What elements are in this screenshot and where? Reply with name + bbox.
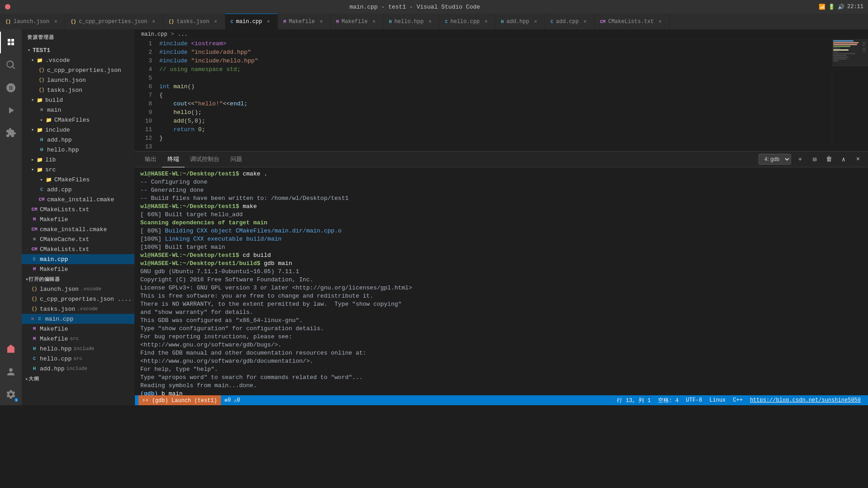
terminal-selector[interactable]: 4: gdb: [758, 154, 791, 165]
tab-close-button[interactable]: ×: [582, 18, 589, 25]
breadcrumb-part-2[interactable]: ...: [178, 31, 188, 38]
close-panel-button[interactable]: ×: [853, 154, 863, 165]
tab-close-button[interactable]: ×: [532, 18, 539, 25]
split-terminal-button[interactable]: ⊟: [809, 154, 820, 165]
tree-item-makefile-root[interactable]: M Makefile: [22, 214, 134, 224]
tab-label: launch.json: [14, 19, 49, 25]
open-editor-launch[interactable]: {} launch.json .vscode: [22, 284, 134, 294]
panel-tab-debug-console[interactable]: 调试控制台: [185, 152, 225, 167]
tab-close-button[interactable]: ×: [265, 18, 272, 25]
tab-close-button[interactable]: ×: [318, 18, 325, 25]
tab-c-cpp-properties[interactable]: {} c_cpp_properties.json ×: [65, 14, 163, 29]
tab-close-button[interactable]: ×: [426, 18, 434, 25]
tree-item-cmake-cache[interactable]: ≡ CMakeCache.txt: [22, 234, 134, 244]
tree-item-label: launch.json: [47, 77, 86, 84]
tree-item-src[interactable]: ▾ 📁 src: [22, 165, 134, 175]
tab-close-button[interactable]: ×: [52, 18, 59, 25]
tree-item-label: Makefile: [40, 216, 68, 223]
activity-accounts[interactable]: [0, 361, 22, 383]
tree-item-makefile-2[interactable]: M Makefile: [22, 264, 134, 274]
cpp-icon: C: [231, 19, 234, 24]
tree-item-main-cpp[interactable]: C main.cpp: [22, 254, 134, 264]
term-line: There is NO WARRANTY, to the extent perm…: [140, 300, 863, 308]
open-editor-main-cpp[interactable]: × C main.cpp: [22, 314, 134, 324]
tab-add-hpp[interactable]: H add.hpp ×: [496, 14, 545, 29]
open-editor-add-hpp[interactable]: H add.hpp include: [22, 364, 134, 374]
tree-item-add-cpp[interactable]: C add.cpp: [22, 185, 134, 194]
h-icon: H: [389, 19, 391, 24]
line-ending-status[interactable]: Linux: [706, 395, 730, 405]
tab-close-button[interactable]: ×: [212, 18, 219, 25]
tree-item-add-hpp[interactable]: H add.hpp: [22, 135, 134, 145]
tree-root[interactable]: ▾ TEST1: [22, 45, 134, 55]
open-editor-hello-cpp[interactable]: C hello.cpp src: [22, 354, 134, 364]
tree-item-main-exe[interactable]: ≡ main: [22, 105, 134, 115]
tree-item-cmakelists-2[interactable]: CM CMakeLists.txt: [22, 244, 134, 254]
tree-item-cmake-files-build[interactable]: ▸ 📁 CMakeFiles: [22, 115, 134, 125]
tree-item-cmake-files-src[interactable]: ▸ 📁 CMakeFiles: [22, 175, 134, 185]
tree-item-include[interactable]: ▾ 📁 include: [22, 125, 134, 135]
activity-explorer[interactable]: [0, 32, 22, 53]
new-terminal-button[interactable]: ＋: [795, 154, 806, 165]
trash-button[interactable]: 🗑: [824, 154, 835, 165]
open-editors-header[interactable]: ▾ 打开的编辑器: [22, 274, 134, 284]
activity-settings[interactable]: 1: [0, 384, 22, 405]
tab-launch-json[interactable]: {} launch.json ×: [0, 14, 65, 29]
tab-add-cpp[interactable]: C add.cpp ×: [545, 14, 594, 29]
tree-item-lib[interactable]: ▸ 📁 lib: [22, 155, 134, 165]
activity-extensions[interactable]: [0, 122, 22, 144]
tab-hello-hpp[interactable]: H hello.hpp ×: [383, 14, 439, 29]
encoding-status[interactable]: UTF-8: [682, 395, 706, 405]
tab-makefile-1[interactable]: M Makefile ×: [278, 14, 331, 29]
activity-git[interactable]: [0, 77, 22, 99]
outline-header[interactable]: ▸ 大纲: [22, 374, 134, 384]
h-icon: H: [38, 146, 45, 153]
breadcrumb-part-1[interactable]: main.cpp: [141, 31, 167, 38]
tree-item-vscode[interactable]: ▾ 📁 .vscode: [22, 55, 134, 65]
tree-item-hello-hpp[interactable]: H hello.hpp: [22, 145, 134, 155]
tab-cmakelists[interactable]: CM CMakeLists.txt ×: [595, 14, 670, 29]
debug-status[interactable]: ⚡ ⚡ (gdb) Launch (test1): [138, 395, 221, 405]
activity-debug[interactable]: [0, 99, 22, 121]
tab-close-button[interactable]: ×: [657, 18, 664, 25]
errors-warnings[interactable]: ⊗ 0 ⚠ 0: [221, 395, 244, 405]
activity-search[interactable]: [0, 54, 22, 76]
link-status[interactable]: https://blog.csdn.net/sunshine5050: [746, 395, 864, 405]
window-controls[interactable]: [5, 4, 11, 10]
tree-item-tasks-json[interactable]: {} tasks.json: [22, 85, 134, 95]
panel-tab-terminal[interactable]: 终端: [162, 152, 185, 167]
term-line: -- Generating done: [140, 186, 863, 194]
open-editor-tasks[interactable]: {} tasks.json .vscode: [22, 304, 134, 314]
tree-item-c-cpp-props[interactable]: {} c_cpp_properties.json: [22, 65, 134, 75]
tree-item-build[interactable]: ▾ 📁 build: [22, 95, 134, 105]
open-editor-makefile[interactable]: M Makefile: [22, 324, 134, 334]
activity-vlc[interactable]: [0, 338, 22, 360]
tab-close-button[interactable]: ×: [150, 18, 157, 25]
code-editor[interactable]: 12345 678910 111213 #include <iostream> …: [135, 39, 868, 151]
tab-label: hello.hpp: [394, 19, 424, 25]
tab-tasks-json[interactable]: {} tasks.json ×: [163, 14, 225, 29]
sidebar-content[interactable]: ▾ TEST1 ▾ 📁 .vscode {} c_cpp_properties.…: [22, 45, 134, 405]
language-status[interactable]: C++: [730, 395, 747, 405]
maximize-panel-button[interactable]: ∧: [838, 154, 849, 165]
tree-item-cmake-install-root[interactable]: CM cmake_install.cmake: [22, 224, 134, 234]
tab-hello-cpp[interactable]: C hello.cpp ×: [439, 14, 496, 29]
indentation-status[interactable]: 空格: 4: [654, 395, 682, 405]
tab-main-cpp[interactable]: C main.cpp ×: [225, 14, 278, 29]
open-editor-hello-hpp[interactable]: H hello.hpp include: [22, 344, 134, 354]
tree-item-launch-json[interactable]: {} launch.json: [22, 75, 134, 85]
open-editor-makefile-src[interactable]: M Makefile src: [22, 334, 134, 344]
code-content[interactable]: #include <iostream> #include "include/ad…: [157, 39, 832, 151]
tree-item-cmakelists-root[interactable]: CM CMakeLists.txt: [22, 204, 134, 214]
panel-tab-problems[interactable]: 问题: [225, 152, 248, 167]
csdn-link[interactable]: https://blog.csdn.net/sunshine5050: [750, 397, 861, 403]
tab-close-button[interactable]: ×: [482, 18, 490, 25]
open-editor-c-cpp[interactable]: {} c_cpp_properties.json ....: [22, 294, 134, 304]
tab-makefile-2[interactable]: M Makefile ×: [331, 14, 384, 29]
json-icon: {}: [5, 19, 11, 24]
line-col-status[interactable]: 行 13, 列 1: [613, 395, 654, 405]
terminal-content[interactable]: wl@HASEE-WL:~/Desktop/test1$ cmake . -- …: [135, 167, 868, 395]
panel-tab-output[interactable]: 输出: [139, 152, 162, 167]
tab-close-button[interactable]: ×: [370, 18, 377, 25]
tree-item-cmake-install-src[interactable]: CM cmake_install.cmake: [22, 194, 134, 204]
